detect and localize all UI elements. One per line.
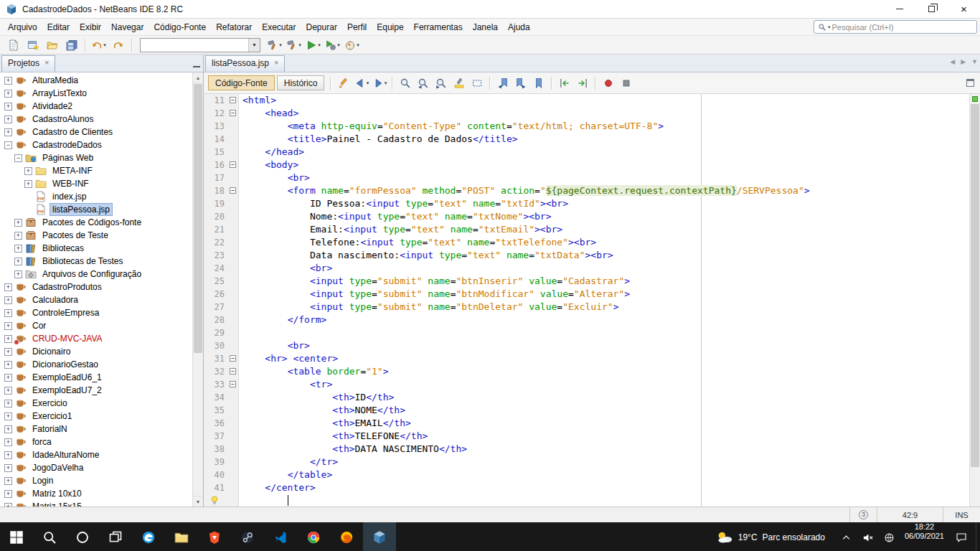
expand-toggle-icon[interactable]: + xyxy=(4,387,12,395)
tab-projects[interactable]: Projetos × xyxy=(1,55,55,72)
line-number[interactable]: 21 xyxy=(204,223,228,236)
no-errors-indicator[interactable] xyxy=(972,96,978,102)
line-number[interactable]: 16 xyxy=(204,159,228,171)
menu-depurar[interactable]: Depurar xyxy=(301,20,342,34)
run-project-button[interactable]: ▾ xyxy=(303,37,323,54)
hidden-icons-chevron[interactable] xyxy=(841,532,852,543)
source-view-button[interactable]: Código-Fonte xyxy=(208,75,275,90)
code-area[interactable]: 11−<html>12− <head>13 <meta http-equiv="… xyxy=(204,94,980,507)
fold-region[interactable]: − xyxy=(228,159,239,171)
line-number[interactable]: 14 xyxy=(204,133,228,146)
code-line[interactable]: 26 <input type="submit" name="btnModific… xyxy=(204,288,980,301)
back-button[interactable]: ▾ xyxy=(352,75,370,91)
code-line[interactable]: 17 <br> xyxy=(204,171,980,184)
next-bookmark-button[interactable] xyxy=(512,75,529,91)
fold-collapse-icon[interactable]: − xyxy=(230,355,236,362)
expand-toggle-icon[interactable]: + xyxy=(14,232,22,240)
menu-editar[interactable]: Editar xyxy=(42,20,75,34)
expand-toggle-icon[interactable]: + xyxy=(4,438,12,446)
taskbar-app-steam[interactable] xyxy=(231,522,264,551)
expand-toggle-icon[interactable]: + xyxy=(24,180,32,188)
line-number[interactable]: 12 xyxy=(204,107,228,120)
code-line[interactable]: 41 </center> xyxy=(204,481,980,494)
tree-item-dicionariogestao[interactable]: +DicionarioGestao xyxy=(1,358,192,371)
open-project-button[interactable] xyxy=(42,37,62,54)
expand-toggle-icon[interactable]: + xyxy=(4,464,12,472)
code-line[interactable]: 30 <br> xyxy=(204,339,980,352)
line-number[interactable]: 34 xyxy=(204,391,228,404)
taskbar-app-edge[interactable] xyxy=(132,522,165,551)
find-selection-button[interactable] xyxy=(396,75,414,91)
expand-toggle-icon[interactable]: + xyxy=(14,219,22,227)
tree-item-matriz-10x10[interactable]: +Matriz 10x10 xyxy=(1,487,192,500)
line-number[interactable]: 35 xyxy=(204,404,228,417)
line-number[interactable]: 20 xyxy=(204,210,228,223)
line-number[interactable]: 37 xyxy=(204,430,228,443)
tree-item-fatorialn[interactable]: +FatorialN xyxy=(1,423,192,435)
notifications-cell[interactable]: 3 xyxy=(849,507,877,522)
config-combobox[interactable]: ▼ xyxy=(140,38,260,52)
toggle-highlight-button[interactable] xyxy=(450,75,468,91)
restore-button[interactable] xyxy=(915,0,948,18)
expand-toggle-icon[interactable]: + xyxy=(4,477,12,485)
find-previous-button[interactable] xyxy=(414,75,432,91)
collapse-toggle-icon[interactable]: − xyxy=(14,154,22,162)
scrollbar-thumb[interactable] xyxy=(971,104,979,467)
search-dropdown-icon[interactable]: ▾ xyxy=(828,24,831,30)
tree-item-arraylisttexto[interactable]: +ArrayListTexto xyxy=(1,87,192,100)
taskbar-app-firefox[interactable] xyxy=(330,522,363,551)
tree-item-atividade2[interactable]: +Atividade2 xyxy=(1,100,192,113)
expand-toggle-icon[interactable]: + xyxy=(4,77,12,85)
fold-collapse-icon[interactable]: − xyxy=(230,161,236,168)
line-number[interactable]: 17 xyxy=(204,171,228,184)
line-number[interactable]: 27 xyxy=(204,301,228,314)
line-number[interactable]: 30 xyxy=(204,339,228,352)
toggle-bookmark-button[interactable] xyxy=(529,75,547,91)
taskbar-app-chrome[interactable] xyxy=(297,522,330,551)
expand-toggle-icon[interactable]: + xyxy=(4,451,12,459)
minimize-button[interactable] xyxy=(883,0,915,18)
history-view-button[interactable]: Histórico xyxy=(277,75,325,90)
tree-item-cor[interactable]: +Cor xyxy=(1,319,192,332)
network-icon[interactable] xyxy=(884,532,895,543)
previous-bookmark-button[interactable] xyxy=(494,75,512,91)
fold-region[interactable]: − xyxy=(228,365,239,378)
collapse-toggle-icon[interactable]: − xyxy=(4,141,12,149)
tree-item-bibliotecas[interactable]: +Bibliotecas xyxy=(1,242,192,255)
code-line[interactable]: 22 Telefone:<input type="text" name="txt… xyxy=(204,236,980,249)
tree-item-meta-inf[interactable]: +META-INF xyxy=(1,164,192,177)
tree-item-index-jsp[interactable]: index.jsp xyxy=(1,190,192,203)
tree-item-exercicio1[interactable]: +Exercicio1 xyxy=(1,410,192,423)
tree-item-crud-mvc-java[interactable]: +CRUD-MVC-JAVA xyxy=(1,332,192,345)
code-line[interactable]: 40 </table> xyxy=(204,468,980,481)
code-line[interactable] xyxy=(204,494,980,507)
expand-toggle-icon[interactable]: + xyxy=(14,270,22,278)
line-number[interactable]: 23 xyxy=(204,249,228,262)
taskbar-app-file-explorer[interactable] xyxy=(165,522,198,551)
search-taskbar-button[interactable] xyxy=(33,522,66,551)
tree-item-alturamedia[interactable]: +AlturaMedia xyxy=(1,74,192,87)
expand-toggle-icon[interactable]: + xyxy=(4,322,12,330)
last-edit-button[interactable] xyxy=(334,75,352,91)
line-number[interactable]: 38 xyxy=(204,443,228,456)
build-project-button[interactable]: ▾ xyxy=(265,37,284,54)
code-line[interactable]: 21 Email:<input type="text" name="txtEma… xyxy=(204,223,980,236)
code-line[interactable]: 36 <th>EMAIL</th> xyxy=(204,417,980,430)
menu-executar[interactable]: Executar xyxy=(257,20,301,34)
menu-arquivo[interactable]: Arquivo xyxy=(3,20,42,34)
code-line[interactable]: 14 <title>Painel - Cadastro de Dados</ti… xyxy=(204,133,980,146)
find-next-button[interactable] xyxy=(432,75,450,91)
expand-toggle-icon[interactable]: + xyxy=(4,335,12,343)
menu-janela[interactable]: Janela xyxy=(468,20,503,34)
task-view-button[interactable] xyxy=(99,522,132,551)
code-line[interactable]: 34 <th>ID</th> xyxy=(204,391,980,404)
fold-region[interactable]: − xyxy=(228,352,239,365)
expand-toggle-icon[interactable]: + xyxy=(4,296,12,304)
expand-toggle-icon[interactable]: + xyxy=(4,490,12,498)
save-all-button[interactable] xyxy=(62,37,81,54)
scroll-tabs-left-icon[interactable]: ◀ xyxy=(950,58,955,65)
expand-toggle-icon[interactable]: + xyxy=(14,258,22,265)
undo-button[interactable]: ▾ xyxy=(89,37,108,54)
volume-muted-icon[interactable] xyxy=(862,532,873,543)
fold-region[interactable]: − xyxy=(228,94,239,107)
